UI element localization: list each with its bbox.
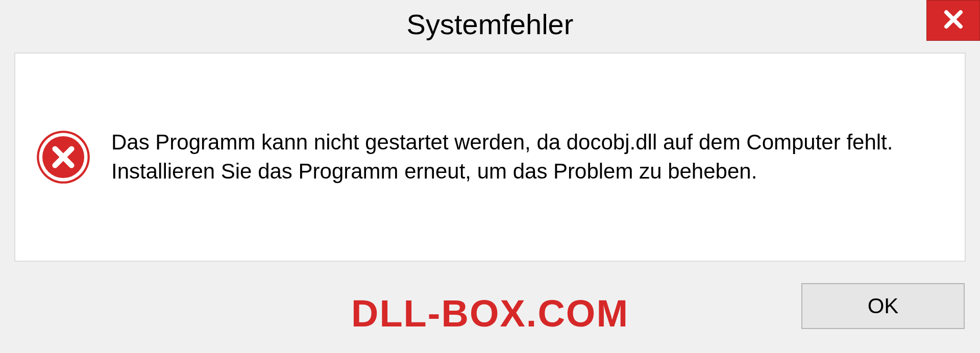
error-message: Das Programm kann nicht gestartet werden… <box>111 128 944 186</box>
content-area: Das Programm kann nicht gestartet werden… <box>14 53 966 262</box>
dialog-footer: DLL-BOX.COM OK <box>0 269 980 353</box>
ok-button[interactable]: OK <box>801 283 965 329</box>
error-dialog: Systemfehler Das Programm kann nicht ges… <box>0 0 980 353</box>
error-icon <box>36 130 91 185</box>
close-button[interactable] <box>926 0 980 41</box>
watermark-text: DLL-BOX.COM <box>351 292 629 335</box>
dialog-title: Systemfehler <box>407 8 574 41</box>
close-icon <box>943 9 964 32</box>
title-bar: Systemfehler <box>0 0 980 48</box>
